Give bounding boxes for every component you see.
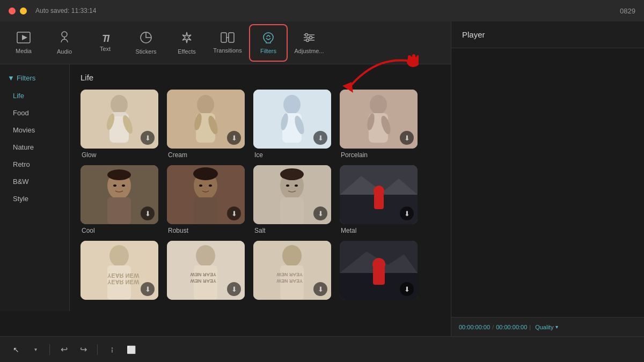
toolbar-item-media[interactable]: Media (4, 24, 43, 62)
download-badge-cool[interactable]: ⬇ (141, 206, 155, 220)
cursor-tool[interactable]: ↖ (9, 342, 24, 357)
right-panel: Player 00:00:00:00 / 00:00:00:00 | Quali… (451, 21, 644, 336)
toolbar-item-filters[interactable]: Filters (249, 24, 288, 62)
split-button[interactable]: ⫶ (104, 342, 119, 357)
toolbar-item-audio[interactable]: Audio (45, 24, 84, 62)
split-icon: ⫶ (110, 345, 114, 354)
filter-label-glow: Glow (80, 151, 158, 159)
download-badge-style2[interactable]: ⬇ (227, 282, 241, 296)
filter-item-style4[interactable]: ⬇ (340, 241, 418, 302)
sidebar-item-retro[interactable]: Retro (2, 156, 67, 173)
player-content (451, 48, 644, 317)
filter-label-salt: Salt (253, 227, 331, 234)
download-badge-style1[interactable]: ⬇ (141, 282, 155, 296)
redo-button[interactable]: ↪ (76, 342, 91, 357)
filter-item-style1[interactable]: YEAR NEW YEAR NEW ⬇ (80, 241, 158, 302)
stickers-icon (140, 31, 152, 46)
download-badge-cream[interactable]: ⬇ (227, 131, 241, 145)
toolbar-item-transitions[interactable]: Transitions (208, 24, 247, 62)
filter-item-glow[interactable]: ⬇ Glow (80, 90, 158, 159)
toolbar-item-stickers[interactable]: Stickers (127, 24, 165, 62)
svg-point-2 (62, 32, 67, 37)
adjustment-label: Adjustme... (294, 48, 324, 54)
sidebar-item-movies[interactable]: Movies (2, 122, 67, 138)
traffic-light-red[interactable] (9, 8, 16, 14)
svg-marker-1 (22, 35, 27, 40)
titlebar: Auto saved: 11:33:14 0829 (0, 0, 644, 21)
filter-item-style2[interactable]: YEAR NEW YEAR NEW ⬇ (167, 241, 245, 302)
toolbar-item-text[interactable]: TI Text (86, 24, 125, 62)
quality-chevron-icon[interactable]: ▾ (555, 324, 558, 330)
media-icon (17, 32, 31, 46)
filter-thumb-style2: YEAR NEW YEAR NEW ⬇ (167, 241, 245, 300)
filter-item-cream[interactable]: ⬇ Cream (167, 90, 245, 159)
crop-button[interactable]: ⬜ (123, 342, 138, 357)
filter-label-ice: Ice (253, 151, 331, 159)
svg-point-43 (199, 184, 202, 187)
bottom-separator-2 (97, 344, 98, 355)
sidebar-item-food[interactable]: Food (2, 105, 67, 121)
filter-thumb-ice: ⬇ (253, 90, 331, 149)
svg-rect-35 (107, 197, 131, 224)
transitions-label: Transitions (213, 47, 241, 54)
filter-item-style3[interactable]: YEAR NEW YEAR NEW ⬇ (253, 241, 331, 302)
download-badge-glow[interactable]: ⬇ (141, 131, 155, 145)
timecode-display: 0829 (620, 7, 635, 15)
svg-point-10 (310, 36, 312, 39)
sidebar-item-life[interactable]: Life (2, 87, 67, 104)
quality-button[interactable]: Quality (535, 324, 553, 330)
filters-label: Filters (260, 48, 276, 54)
download-badge-robust[interactable]: ⬇ (227, 206, 241, 220)
filter-item-ice[interactable]: ⬇ Ice (253, 90, 331, 159)
bottom-separator-1 (49, 344, 50, 355)
svg-point-29 (370, 95, 387, 114)
svg-rect-47 (280, 197, 304, 224)
svg-rect-5 (229, 33, 234, 42)
download-badge-style4[interactable]: ⬇ (400, 282, 414, 296)
sidebar-item-bw[interactable]: B&W (2, 173, 67, 190)
undo-icon: ↩ (61, 344, 68, 354)
filter-thumb-salt: ⬇ (253, 165, 331, 224)
media-label: Media (16, 48, 32, 54)
undo-button[interactable]: ↩ (56, 342, 71, 357)
filter-thumb-cool: ⬇ (80, 165, 158, 224)
svg-point-37 (113, 184, 116, 187)
autosave-label: Auto saved: 11:33:14 (35, 7, 96, 14)
filter-item-porcelain[interactable]: ⬇ Porcelain (340, 90, 418, 159)
sidebar-item-nature[interactable]: Nature (2, 139, 67, 156)
cursor-dropdown-icon: ▾ (34, 346, 37, 352)
sidebar-header[interactable]: ▼ Filters (0, 71, 69, 85)
filter-item-cool[interactable]: ⬇ Cool (80, 165, 158, 234)
svg-point-49 (286, 184, 289, 187)
traffic-light-yellow[interactable] (20, 8, 27, 14)
filter-item-robust[interactable]: ⬇ Robust (167, 165, 245, 234)
svg-point-44 (209, 184, 212, 187)
toolbar-item-effects[interactable]: Effects (167, 24, 206, 62)
filters-icon (261, 32, 275, 46)
filter-thumb-glow: ⬇ (80, 90, 158, 149)
toolbar-item-adjustment[interactable]: Adjustme... (290, 24, 328, 62)
filter-thumb-style3: YEAR NEW YEAR NEW ⬇ (253, 241, 331, 300)
svg-point-50 (295, 184, 298, 187)
download-badge-metal[interactable]: ⬇ (400, 206, 414, 220)
titlebar-left: Auto saved: 11:33:14 (9, 7, 96, 14)
filter-item-metal[interactable]: ⬇ Metal (340, 165, 418, 234)
audio-label: Audio (57, 48, 72, 55)
svg-point-75 (372, 258, 385, 271)
player-timecode-current: 00:00:00:00 (459, 324, 490, 330)
download-badge-ice[interactable]: ⬇ (313, 131, 327, 145)
cursor-dropdown[interactable]: ▾ (28, 342, 43, 357)
download-badge-porcelain[interactable]: ⬇ (400, 131, 414, 145)
svg-point-42 (193, 167, 218, 180)
svg-text:YEAR NEW: YEAR NEW (276, 278, 303, 284)
text-label: Text (100, 46, 111, 52)
download-badge-salt[interactable]: ⬇ (313, 206, 327, 220)
filter-item-salt[interactable]: ⬇ Salt (253, 165, 331, 234)
download-badge-style3[interactable]: ⬇ (313, 282, 327, 296)
svg-point-55 (374, 186, 384, 196)
filter-thumb-metal: ⬇ (340, 165, 418, 224)
svg-point-36 (107, 169, 131, 180)
svg-text:YEAR NEW: YEAR NEW (107, 272, 140, 279)
sidebar-item-style[interactable]: Style (2, 190, 67, 207)
player-title: Player (462, 30, 485, 39)
